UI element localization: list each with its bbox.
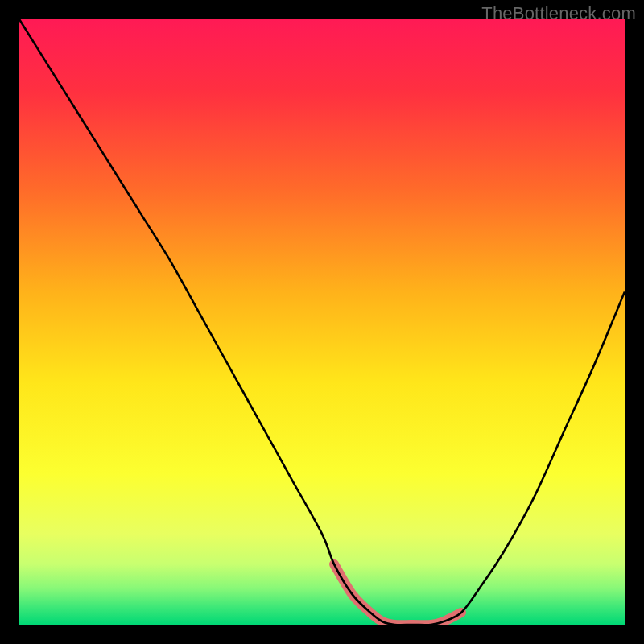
main-curve <box>19 19 625 625</box>
plot-area <box>19 19 625 625</box>
curve-layer <box>19 19 625 625</box>
chart-frame: TheBottleneck.com <box>0 0 644 644</box>
